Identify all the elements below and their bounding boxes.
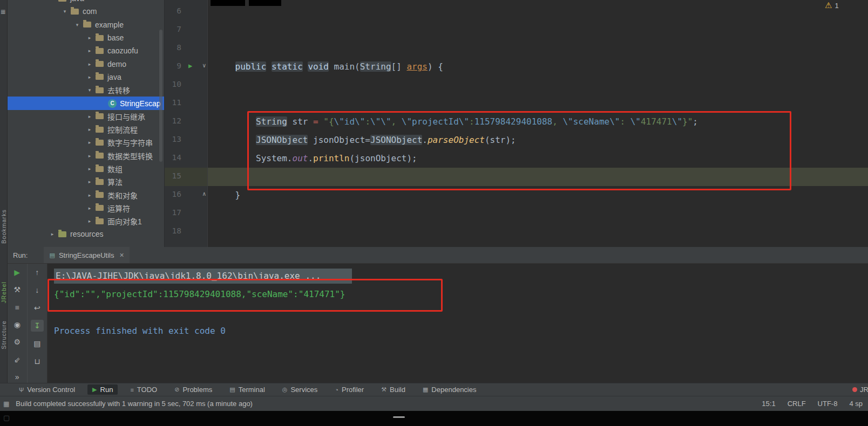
gutter-row[interactable]: 11 <box>165 94 207 113</box>
tool-window-button-structure[interactable]: Structure <box>1 320 7 349</box>
tree-item-7[interactable]: ▾去转移 <box>8 84 164 97</box>
fold-down-icon[interactable]: ∨ <box>202 62 206 69</box>
chevron-right-icon[interactable]: ▸ <box>85 61 94 67</box>
close-tab-icon[interactable]: × <box>119 251 124 259</box>
code-line-8[interactable] <box>208 39 868 58</box>
run-console[interactable]: E:\JAVA-JIHE\JDK\java\jdk1.8.0_162\bin\j… <box>48 264 868 383</box>
code-line-13[interactable]: JSONObject jsonObject=JSONObject.parseOb… <box>208 131 868 149</box>
gutter-row[interactable]: 18 <box>165 223 207 241</box>
more-options-button[interactable]: » <box>11 372 24 383</box>
chevron-right-icon[interactable]: ▸ <box>85 179 94 184</box>
print-button[interactable]: ▤ <box>31 338 44 349</box>
status-message[interactable]: Build completed successfully with 1 warn… <box>16 400 253 408</box>
status-indent[interactable]: 4 sp <box>849 400 863 408</box>
chevron-down-icon[interactable]: ▾ <box>60 9 70 14</box>
tree-item-13[interactable]: ▸数组 <box>8 162 164 175</box>
chevron-right-icon[interactable]: ▸ <box>85 153 94 159</box>
code-line-9[interactable]: public static void main(String[] args) { <box>208 58 868 76</box>
chevron-right-icon[interactable]: ▸ <box>85 140 94 145</box>
tool-tab-terminal[interactable]: ▤Terminal <box>225 384 270 395</box>
tree-item-8[interactable]: CStringEscap <box>8 97 164 109</box>
chevron-right-icon[interactable]: ▸ <box>48 231 57 237</box>
next-trace-button[interactable]: ↓ <box>31 284 44 296</box>
code-line-6[interactable] <box>208 3 868 21</box>
tree-item-18[interactable]: ▸resources <box>8 228 164 241</box>
code-editor[interactable]: public static void main(String[] args) {… <box>208 0 868 247</box>
gutter-row[interactable]: 17 <box>165 204 207 223</box>
gutter-row[interactable]: 7 <box>165 21 207 39</box>
status-line-ending[interactable]: CRLF <box>788 400 806 408</box>
gutter-row[interactable]: 15 <box>165 168 207 186</box>
soft-wrap-button[interactable]: ↩ <box>31 302 44 314</box>
code-line-17[interactable] <box>208 204 868 223</box>
chevron-right-icon[interactable]: ▸ <box>85 48 94 53</box>
status-caret-position[interactable]: 15:1 <box>762 400 775 408</box>
gutter-row[interactable]: 16∧ <box>165 186 207 204</box>
tool-tab-services[interactable]: ◎Services <box>277 384 322 395</box>
tree-item-17[interactable]: ▸面向对象1 <box>8 215 164 228</box>
chevron-right-icon[interactable]: ▸ <box>85 35 94 40</box>
screenshot-button[interactable]: ◉ <box>11 319 24 330</box>
coverage-settings-button[interactable]: ⚙ <box>11 336 24 348</box>
tool-tab-todo[interactable]: ≡TODO <box>125 384 162 395</box>
chevron-right-icon[interactable]: ▸ <box>85 166 94 171</box>
chevron-right-icon[interactable]: ▸ <box>85 127 94 132</box>
stop-button[interactable]: ■ <box>11 301 24 313</box>
tree-item-10[interactable]: ▸控制流程 <box>8 123 164 136</box>
chevron-right-icon[interactable]: ▸ <box>85 193 94 198</box>
code-line-12[interactable]: String str = "{\"id\":\"\", \"projectId\… <box>208 113 868 131</box>
chevron-down-icon[interactable]: ▾ <box>85 87 94 93</box>
tree-item-14[interactable]: ▸算法 <box>8 175 164 188</box>
code-line-15[interactable] <box>208 168 868 186</box>
gutter-row[interactable]: 6 <box>165 3 207 21</box>
code-line-18[interactable] <box>208 223 868 241</box>
gutter-row[interactable]: 14 <box>165 149 207 168</box>
scroll-to-end-button[interactable]: ↧ <box>31 320 44 332</box>
rerun-button[interactable]: ▶ <box>11 266 24 278</box>
notification-warning[interactable]: ⚠ 1 <box>825 1 839 10</box>
tool-tab-version-control[interactable]: ΨVersion Control <box>14 384 80 395</box>
status-encoding[interactable]: UTF-8 <box>818 400 838 408</box>
tree-item-12[interactable]: ▸数据类型转换 <box>8 149 164 162</box>
tree-item-9[interactable]: ▸接口与继承 <box>8 110 164 123</box>
chevron-right-icon[interactable]: ▸ <box>85 218 94 224</box>
tool-tab-profiler[interactable]: ◔Profiler <box>330 384 369 395</box>
gutter-row[interactable]: 12 <box>165 113 207 131</box>
tool-tab-run[interactable]: ▶Run <box>87 384 118 395</box>
chevron-down-icon[interactable]: ▾ <box>72 22 82 28</box>
jrebel-status[interactable]: JRe <box>852 386 868 394</box>
tool-tab-dependencies[interactable]: ▦Dependencies <box>418 384 482 395</box>
tool-tab-problems[interactable]: ⊘Problems <box>169 384 217 395</box>
tree-item-1[interactable]: ▾com <box>8 5 164 18</box>
code-line-7[interactable] <box>208 21 868 39</box>
chevron-right-icon[interactable]: ▸ <box>85 114 94 119</box>
fold-up-icon[interactable]: ∧ <box>202 190 206 197</box>
tree-item-6[interactable]: ▸java <box>8 71 164 84</box>
tool-windows-toggle-icon[interactable]: ▦ <box>3 400 9 408</box>
run-tab-stringescapeutils[interactable]: ▤ StringEscapeUtils × <box>44 247 129 263</box>
tree-item-2[interactable]: ▾example <box>8 18 164 31</box>
editor-gutter[interactable]: 6789▶∨10111213141516∧1718 <box>165 0 208 247</box>
code-line-11[interactable] <box>208 94 868 113</box>
tree-item-5[interactable]: ▸demo <box>8 57 164 70</box>
tool-window-button-jrebel[interactable]: JRebel <box>1 281 7 303</box>
gutter-row[interactable]: 10 <box>165 76 207 94</box>
gutter-row[interactable]: 9▶∨ <box>165 58 207 76</box>
code-line-14[interactable]: System.out.println(jsonObject); <box>208 149 868 168</box>
gutter-row[interactable]: 13 <box>165 131 207 149</box>
tree-item-3[interactable]: ▸base <box>8 31 164 44</box>
tree-item-11[interactable]: ▸数字与字符串 <box>8 136 164 149</box>
tree-item-4[interactable]: ▸caozuofu <box>8 44 164 57</box>
gutter-row[interactable]: 8 <box>165 39 207 58</box>
tree-item-16[interactable]: ▸运算符 <box>8 202 164 215</box>
edit-configuration-button[interactable]: ⚒ <box>11 284 24 295</box>
tool-tab-build[interactable]: ⚒Build <box>376 384 410 395</box>
project-tool-icon[interactable]: ▦ <box>1 9 5 15</box>
run-main-icon[interactable]: ▶ <box>188 62 192 70</box>
clear-console-button[interactable]: ⊔ <box>31 355 44 367</box>
tree-scrollbar[interactable] <box>159 30 162 162</box>
chevron-right-icon[interactable]: ▸ <box>85 205 94 211</box>
code-line-10[interactable] <box>208 76 868 94</box>
tree-item-0[interactable]: ▾java <box>8 0 164 5</box>
code-line-16[interactable]: } <box>208 186 868 204</box>
